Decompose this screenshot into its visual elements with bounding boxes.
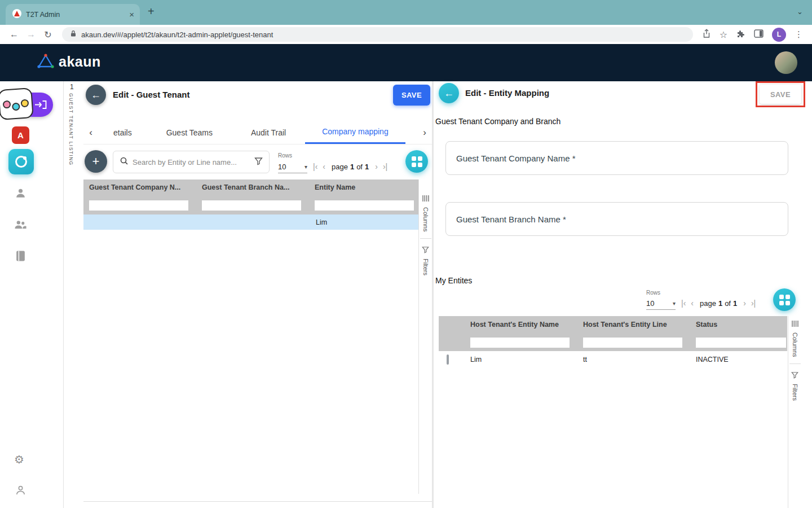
first-page-icon[interactable]: |‹ [313, 162, 317, 171]
status-filter-input[interactable] [696, 338, 786, 348]
cell-entity-name: Lim [465, 356, 577, 364]
page-indicator: page1of1 [330, 163, 370, 171]
new-tab-button[interactable]: + [148, 5, 155, 18]
tab-company-mapping[interactable]: Company mapping [305, 121, 405, 144]
reload-button[interactable]: ↻ [39, 29, 56, 40]
filter-funnel-icon[interactable] [254, 157, 263, 168]
entity-name-filter-input[interactable] [470, 338, 570, 348]
rows-label: Rows [646, 290, 660, 296]
column-header-entity-line[interactable]: Host Tenant's Entity Line [577, 321, 690, 329]
tab-details[interactable]: etails [98, 121, 147, 144]
extensions-icon[interactable] [736, 29, 745, 41]
tab-title: T2T Admin [26, 11, 125, 19]
share-icon[interactable] [702, 29, 711, 41]
column-header-branch[interactable]: Guest Tenant Branch Na... [196, 183, 309, 191]
column-header-entity[interactable]: Entity Name [309, 183, 418, 191]
columns-icon[interactable] [422, 194, 430, 204]
tab-scroll-left-icon[interactable]: ‹ [83, 127, 98, 138]
panel-divider [432, 81, 434, 508]
last-page-icon[interactable]: ›| [751, 299, 756, 308]
app-icon-rail: A ⚙ [0, 81, 42, 508]
book-icon[interactable] [15, 250, 26, 264]
browser-menu-icon[interactable]: ⋮ [795, 29, 803, 40]
url-text: akaun.dev/#/applet/t2t/akaun/t2t-admin-a… [81, 30, 273, 39]
grid-view-button[interactable] [405, 150, 428, 173]
table-row[interactable]: Lim [83, 214, 418, 230]
save-button-guest-tenant[interactable]: SAVE [393, 85, 430, 106]
bookmark-star-icon[interactable]: ☆ [720, 29, 727, 40]
tab-scroll-right-icon[interactable]: › [417, 127, 432, 138]
rows-per-page-select[interactable]: 10 ▾ [646, 297, 676, 310]
table-row[interactable]: Lim tt INACTIVE [439, 351, 787, 368]
user-group-sticker-icon[interactable] [0, 87, 34, 120]
back-button-guest-tenant[interactable]: ← [86, 85, 106, 105]
table-filter-row [83, 195, 418, 214]
column-header-entity-name[interactable]: Host Tenant's Entity Name [465, 321, 577, 329]
entity-mapping-panel: ← Edit - Entity Mapping SAVE Guest Tenan… [434, 81, 812, 508]
filters-tool[interactable]: Filters [422, 259, 429, 275]
my-entities-table: Host Tenant's Entity Name Host Tenant's … [439, 316, 787, 368]
akaun-logo: akaun [37, 53, 101, 71]
guest-tenant-panel-title: Edit - Guest Tenant [113, 90, 189, 99]
columns-tool[interactable]: Columns [792, 332, 798, 357]
next-page-icon[interactable]: › [743, 299, 746, 308]
save-button-entity-mapping[interactable]: SAVE [760, 85, 801, 104]
forward-button[interactable]: → [23, 29, 39, 40]
back-button[interactable]: ← [6, 29, 23, 40]
entity-filter-input[interactable] [315, 200, 414, 211]
tab-guest-teams[interactable]: Guest Teams [147, 121, 232, 144]
prev-page-icon[interactable]: ‹ [323, 162, 325, 171]
people-icon[interactable] [14, 219, 27, 232]
column-header-company[interactable]: Guest Tenant Company N... [83, 183, 196, 191]
user-avatar[interactable] [775, 51, 797, 74]
tab-audit-trail[interactable]: Audit Trail [232, 121, 305, 144]
grid-view-button[interactable] [773, 288, 796, 311]
active-applet-icon[interactable] [8, 149, 34, 174]
company-field-label: Guest Tenant Company Name * [456, 154, 576, 163]
rows-value: 10 [646, 299, 654, 308]
workspace: A ⚙ 1 GUEST TENANT LISTING ← Edit - G [0, 81, 812, 508]
last-page-icon[interactable]: ›| [383, 162, 387, 171]
entity-mapping-panel-title: Edit - Entity Mapping [465, 88, 549, 98]
prev-page-icon[interactable]: ‹ [691, 299, 694, 308]
pagination: |‹ ‹ page1of1 › ›| [313, 162, 387, 171]
search-input[interactable] [133, 158, 250, 167]
cell-status: INACTIVE [690, 356, 787, 364]
column-header-status[interactable]: Status [690, 321, 787, 329]
browser-profile-avatar[interactable]: L [772, 28, 786, 42]
person-outline-icon[interactable] [15, 484, 27, 498]
pdf-applet-icon[interactable]: A [12, 126, 29, 144]
akaun-logo-icon [37, 53, 54, 71]
rows-per-page-select[interactable]: 10 ▾ [278, 161, 307, 173]
guest-tenant-company-name-field[interactable]: Guest Tenant Company Name * [445, 141, 788, 175]
sticker-dot [12, 103, 20, 111]
first-page-icon[interactable]: |‹ [681, 299, 686, 308]
branch-filter-input[interactable] [202, 200, 301, 211]
columns-icon[interactable] [791, 319, 799, 330]
browser-tabbar: T2T Admin × + ⌄ [0, 0, 812, 25]
cell-entity: Lim [309, 218, 418, 226]
filters-funnel-icon[interactable] [791, 371, 798, 381]
next-page-icon[interactable]: › [375, 162, 378, 171]
columns-tool[interactable]: Columns [422, 207, 429, 231]
add-button[interactable]: + [85, 150, 107, 173]
company-filter-input[interactable] [89, 200, 188, 211]
section-title-company-branch: Guest Tenant Company and Branch [435, 117, 561, 126]
entity-line-filter-input[interactable] [583, 338, 682, 348]
person-icon[interactable] [15, 187, 27, 202]
cell-entity-line: tt [577, 356, 690, 364]
filters-funnel-icon[interactable] [422, 246, 429, 256]
row-checkbox[interactable] [447, 354, 449, 365]
gear-icon[interactable]: ⚙ [14, 453, 24, 466]
side-panel-icon[interactable] [754, 29, 764, 40]
tab-close-icon[interactable]: × [129, 10, 134, 19]
rows-value: 10 [278, 163, 286, 171]
address-bar[interactable]: akaun.dev/#/applet/t2t/akaun/t2t-admin-a… [62, 27, 693, 42]
pagination: |‹ ‹ page1of1 › ›| [681, 299, 756, 308]
filters-tool[interactable]: Filters [792, 384, 798, 401]
tab-overflow-icon[interactable]: ⌄ [797, 7, 803, 16]
app-header: akaun [0, 44, 812, 81]
back-button-entity-mapping[interactable]: ← [439, 83, 459, 103]
guest-tenant-branch-name-field[interactable]: Guest Tenant Branch Name * [445, 202, 788, 236]
browser-tab[interactable]: T2T Admin × [6, 4, 140, 25]
